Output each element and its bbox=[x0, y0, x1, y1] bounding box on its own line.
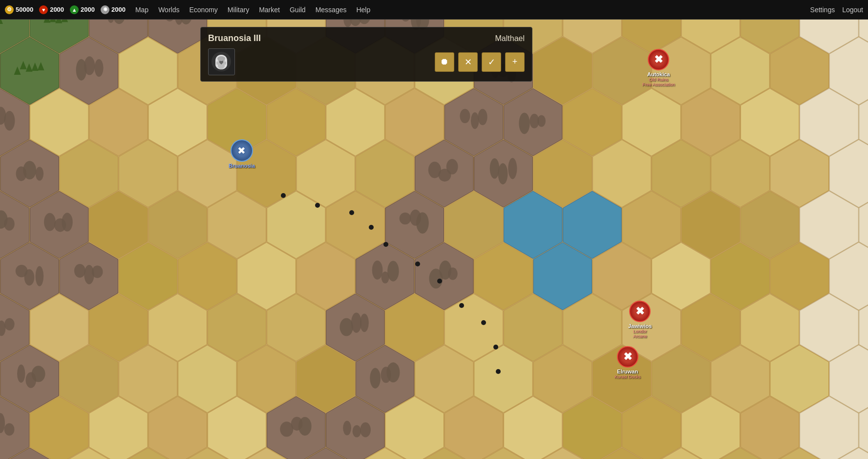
svg-point-324 bbox=[360, 422, 371, 437]
panel-avatar bbox=[208, 48, 235, 75]
svg-point-306 bbox=[17, 365, 25, 383]
nav-logout[interactable]: Logout bbox=[842, 6, 863, 14]
svg-marker-363 bbox=[61, 20, 68, 22]
army-marker-bruanosia[interactable]: ✖ Bruanosia bbox=[229, 139, 255, 169]
svg-point-292 bbox=[387, 261, 399, 282]
nav-map[interactable]: Map bbox=[135, 6, 148, 14]
green-value: 2000 bbox=[81, 6, 95, 13]
stop-button[interactable]: ⏺ bbox=[435, 52, 454, 72]
location-name-elruwan: Elruwan bbox=[617, 369, 638, 374]
nav-settings[interactable]: Settings bbox=[810, 6, 835, 14]
svg-point-274 bbox=[44, 213, 56, 231]
svg-point-268 bbox=[508, 158, 517, 179]
svg-point-323 bbox=[353, 425, 361, 437]
svg-point-303 bbox=[351, 313, 361, 333]
svg-point-308 bbox=[32, 366, 45, 382]
red-icon: ♥ bbox=[39, 5, 48, 14]
nav-market[interactable]: Market bbox=[259, 6, 280, 14]
location-subsub-jawiwios: Arcane bbox=[633, 334, 647, 339]
army-label: Bruanosia bbox=[229, 163, 255, 169]
svg-point-272 bbox=[4, 218, 14, 231]
location-name-autokica: Autokica bbox=[647, 71, 670, 77]
svg-point-288 bbox=[92, 265, 103, 278]
svg-point-254 bbox=[519, 112, 529, 134]
svg-point-322 bbox=[343, 421, 351, 436]
svg-point-260 bbox=[36, 167, 43, 180]
gold-icon: ⚙ bbox=[5, 5, 14, 14]
resource-green: ▲ 2000 bbox=[70, 5, 95, 14]
svg-point-403 bbox=[217, 56, 225, 61]
confirm-button[interactable]: ✓ bbox=[482, 52, 501, 72]
nav-links: Map Worlds Economy Military Market Guild… bbox=[135, 6, 810, 14]
army-icon: ✖ bbox=[231, 139, 253, 162]
location-name-jawiwios: Jawiwios bbox=[628, 323, 652, 329]
panel-header: Bruanosia III Malthael bbox=[208, 33, 525, 44]
location-sub-autokica: Old Ruins bbox=[649, 77, 669, 82]
svg-point-300 bbox=[4, 318, 14, 330]
svg-point-304 bbox=[360, 314, 369, 332]
add-button[interactable]: + bbox=[505, 52, 525, 72]
panel-player: Malthael bbox=[495, 34, 525, 43]
location-icon-elruwan: ✖ bbox=[617, 346, 638, 368]
svg-point-290 bbox=[372, 261, 383, 280]
map-area[interactable]: Bruanosia III Malthael ⏺ ✕ ✓ + bbox=[0, 20, 868, 459]
silver-value: 2000 bbox=[111, 6, 126, 13]
gold-value: 50000 bbox=[16, 6, 33, 13]
svg-point-256 bbox=[537, 115, 546, 127]
navbar: ⚙ 50000 ♥ 2000 ▲ 2000 ❋ 2000 Map Worlds … bbox=[0, 0, 868, 20]
svg-point-296 bbox=[448, 267, 458, 280]
resource-silver: ❋ 2000 bbox=[101, 5, 126, 14]
svg-point-312 bbox=[386, 362, 400, 382]
svg-point-276 bbox=[62, 213, 72, 231]
location-sub-elruwan: Kurast Docks bbox=[614, 374, 641, 379]
svg-point-252 bbox=[478, 109, 487, 125]
resource-bar: ⚙ 50000 ♥ 2000 ▲ 2000 ❋ 2000 bbox=[5, 5, 126, 14]
info-panel: Bruanosia III Malthael ⏺ ✕ ✓ + bbox=[200, 27, 532, 82]
nav-economy[interactable]: Economy bbox=[189, 6, 217, 14]
svg-point-278 bbox=[400, 213, 411, 225]
svg-point-267 bbox=[498, 163, 508, 184]
nav-messages[interactable]: Messages bbox=[316, 6, 347, 14]
red-value: 2000 bbox=[50, 6, 64, 13]
svg-point-283 bbox=[24, 269, 34, 286]
svg-point-320 bbox=[298, 417, 312, 436]
nav-help[interactable]: Help bbox=[356, 6, 370, 14]
panel-title: Bruanosia III bbox=[208, 33, 261, 44]
svg-point-286 bbox=[74, 264, 85, 278]
svg-point-302 bbox=[340, 318, 353, 336]
cancel-button[interactable]: ✕ bbox=[458, 52, 478, 72]
location-jawiwios[interactable]: ✖ Jawiwios Londor Arcane bbox=[628, 301, 652, 339]
nav-military[interactable]: Military bbox=[228, 6, 249, 14]
green-icon: ▲ bbox=[70, 5, 79, 14]
resource-red: ♥ 2000 bbox=[39, 5, 64, 14]
svg-marker-361 bbox=[49, 20, 56, 22]
svg-point-239 bbox=[84, 56, 95, 75]
svg-point-316 bbox=[4, 423, 15, 436]
location-elruwan[interactable]: ✖ Elruwan Kurast Docks bbox=[614, 346, 641, 379]
location-subsub-autokica: Free Association bbox=[642, 82, 675, 87]
svg-point-248 bbox=[4, 111, 15, 131]
location-sub-jawiwios: Londor bbox=[633, 329, 647, 334]
location-autokica[interactable]: ✖ Autokica Old Ruins Free Association bbox=[642, 49, 675, 87]
svg-point-310 bbox=[370, 368, 381, 389]
svg-point-284 bbox=[36, 266, 44, 286]
location-icon-jawiwios: ✖ bbox=[629, 301, 651, 322]
hex-grid bbox=[0, 20, 868, 459]
resource-gold: ⚙ 50000 bbox=[5, 5, 33, 14]
nav-right: Settings Logout bbox=[810, 6, 863, 14]
location-icon-autokica: ✖ bbox=[648, 49, 669, 70]
nav-guild[interactable]: Guild bbox=[290, 6, 306, 14]
panel-buttons: ⏺ ✕ ✓ + bbox=[435, 52, 525, 72]
svg-point-240 bbox=[94, 59, 103, 77]
silver-icon: ❋ bbox=[101, 5, 109, 14]
svg-point-259 bbox=[23, 161, 36, 179]
svg-point-251 bbox=[471, 112, 479, 129]
svg-point-280 bbox=[416, 212, 429, 234]
svg-point-266 bbox=[490, 158, 499, 179]
nav-worlds[interactable]: Worlds bbox=[158, 6, 179, 14]
svg-point-264 bbox=[446, 159, 458, 175]
panel-body: ⏺ ✕ ✓ + bbox=[208, 48, 525, 75]
svg-point-250 bbox=[460, 109, 470, 123]
avatar-image bbox=[211, 51, 233, 73]
